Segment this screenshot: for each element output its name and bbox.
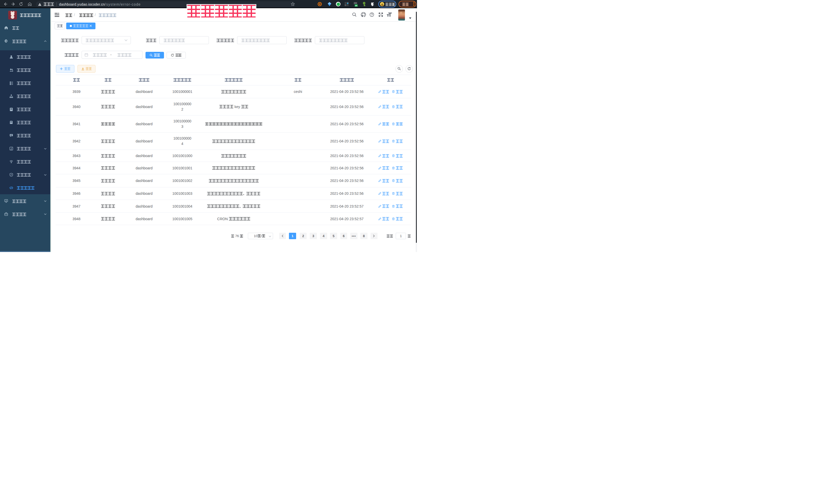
svg-text:on: on <box>355 5 357 6</box>
